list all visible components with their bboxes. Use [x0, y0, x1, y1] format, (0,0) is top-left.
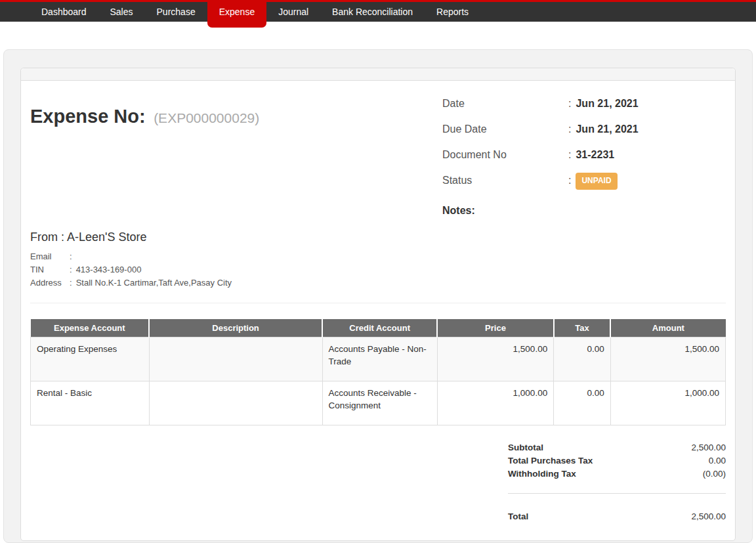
purchases-tax-value: 0.00 [709, 454, 726, 467]
due-date-value: Jun 21, 2021 [576, 123, 638, 135]
page-title: Expense No: [30, 106, 146, 127]
title-wrap: Expense No: (EXP000000029) [30, 89, 442, 230]
cell-tax: 0.00 [554, 381, 611, 425]
cell-expense-account: Operating Expenses [31, 337, 150, 381]
top-nav: Dashboard Sales Purchase Expense Journal… [0, 0, 756, 22]
colon: : [568, 123, 571, 135]
totals-summary: Subtotal 2,500.00 Total Purchases Tax 0.… [508, 441, 726, 523]
main-container: Expense No: (EXP000000029) Date : Jun 21… [3, 49, 753, 543]
col-expense-account: Expense Account [31, 319, 150, 337]
document-info: Date : Jun 21, 2021 Due Date : Jun 21, 2… [442, 89, 726, 230]
tab-dashboard[interactable]: Dashboard [30, 2, 98, 22]
colon: : [70, 276, 72, 290]
vendor-email-row: Email : [30, 250, 726, 263]
info-row-date: Date : Jun 21, 2021 [442, 97, 726, 110]
subtotal-row: Subtotal 2,500.00 [508, 441, 726, 454]
expense-reference-number: (EXP000000029) [154, 110, 259, 125]
status-label: Status [442, 174, 568, 191]
cell-description [149, 381, 322, 425]
section-divider [30, 303, 726, 303]
col-tax: Tax [554, 319, 611, 337]
col-credit-account: Credit Account [322, 319, 437, 337]
vendor-name-heading: From : A-Leen'S Store [30, 230, 726, 244]
colon: : [568, 148, 571, 161]
expense-items-table: Expense Account Description Credit Accou… [30, 319, 726, 425]
info-row-due-date: Due Date : Jun 21, 2021 [442, 123, 726, 135]
col-amount: Amount [610, 319, 725, 337]
table-header: Expense Account Description Credit Accou… [31, 319, 726, 337]
cell-credit-account: Accounts Receivable - Consignment [322, 381, 437, 425]
tab-journal[interactable]: Journal [266, 2, 320, 22]
cell-tax: 0.00 [554, 337, 611, 381]
due-date-label: Due Date [442, 123, 568, 135]
cell-expense-account: Rental - Basic [31, 381, 150, 425]
purchases-tax-label: Total Purchases Tax [508, 454, 593, 467]
purchases-tax-row: Total Purchases Tax 0.00 [508, 454, 726, 467]
cell-amount: 1,500.00 [610, 337, 725, 381]
tin-label: TIN [30, 263, 70, 276]
document-header: Expense No: (EXP000000029) Date : Jun 21… [30, 89, 726, 230]
colon: : [70, 263, 72, 276]
cell-price: 1,500.00 [437, 337, 553, 381]
address-value: Stall No.K-1 Cartimar,Taft Ave,Pasay Cit… [76, 276, 232, 290]
document-no-label: Document No [442, 148, 568, 161]
info-row-status: Status : UNPAID [442, 174, 726, 191]
table-row: Rental - Basic Accounts Receivable - Con… [31, 381, 726, 425]
withholding-tax-row: Withholding Tax (0.00) [508, 467, 726, 481]
total-label: Total [508, 510, 528, 523]
withholding-tax-label: Withholding Tax [508, 467, 576, 481]
total-value: 2,500.00 [691, 510, 726, 523]
tab-sales[interactable]: Sales [98, 2, 145, 22]
cell-price: 1,000.00 [437, 381, 553, 425]
subtotal-label: Subtotal [508, 441, 543, 454]
tab-reports[interactable]: Reports [425, 2, 480, 22]
address-label: Address [30, 276, 70, 290]
table-row: Operating Expenses Accounts Payable - No… [31, 337, 726, 381]
tab-bank-reconciliation[interactable]: Bank Reconciliation [320, 2, 425, 22]
date-value: Jun 21, 2021 [576, 97, 638, 110]
document-no-value: 31-2231 [576, 148, 614, 161]
cell-credit-account: Accounts Payable - Non-Trade [322, 337, 437, 381]
colon: : [568, 174, 571, 191]
panel-heading-strip [21, 68, 735, 81]
vendor-tin-row: TIN : 413-343-169-000 [30, 263, 726, 276]
withholding-tax-value: (0.00) [703, 467, 726, 481]
notes-label: Notes: [442, 204, 568, 217]
colon: : [568, 97, 571, 110]
tab-expense[interactable]: Expense [207, 0, 266, 28]
info-row-notes: Notes: [442, 204, 726, 217]
info-row-document-no: Document No : 31-2231 [442, 148, 726, 161]
total-divider [508, 493, 726, 494]
date-label: Date [442, 97, 568, 110]
col-description: Description [149, 319, 322, 337]
tin-value: 413-343-169-000 [76, 263, 142, 276]
vendor-address-row: Address : Stall No.K-1 Cartimar,Taft Ave… [30, 276, 726, 290]
expense-panel: Expense No: (EXP000000029) Date : Jun 21… [20, 68, 736, 541]
panel-body: Expense No: (EXP000000029) Date : Jun 21… [21, 81, 735, 540]
subtotal-value: 2,500.00 [691, 441, 726, 454]
total-row: Total 2,500.00 [508, 510, 726, 523]
email-label: Email [30, 250, 70, 263]
vendor-section: From : A-Leen'S Store Email : TIN : 413-… [30, 230, 726, 290]
colon: : [70, 250, 72, 263]
vendor-details: Email : TIN : 413-343-169-000 Address : … [30, 250, 726, 290]
col-price: Price [437, 319, 553, 337]
cell-amount: 1,000.00 [610, 381, 725, 425]
status-badge: UNPAID [576, 173, 617, 190]
tab-purchase[interactable]: Purchase [145, 2, 207, 22]
cell-description [149, 337, 322, 381]
